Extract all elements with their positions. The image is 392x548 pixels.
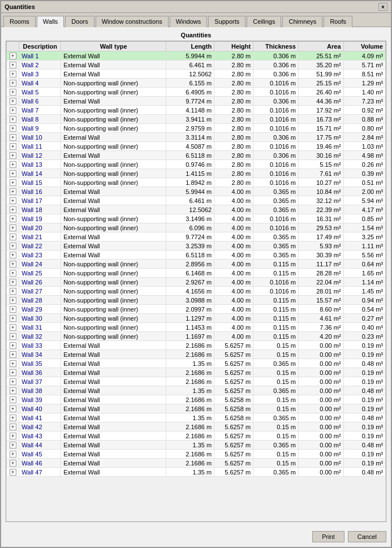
expand-btn[interactable]: + <box>10 451 16 458</box>
expand-cell[interactable]: + <box>7 287 19 296</box>
expand-cell[interactable]: + <box>7 459 19 468</box>
expand-btn[interactable]: + <box>10 270 16 277</box>
expand-btn[interactable]: + <box>10 405 16 412</box>
expand-btn[interactable]: + <box>10 424 16 430</box>
table-row[interactable]: + Wall 37 External Wall 2.1686 m 5.6257 … <box>7 377 386 386</box>
expand-cell[interactable]: + <box>7 359 19 368</box>
expand-btn[interactable]: + <box>10 351 16 358</box>
table-row[interactable]: + Wall 38 External Wall 1.35 m 5.6257 m … <box>7 386 386 395</box>
table-row[interactable]: + Wall 6 External Wall 9.7724 m 2.80 m 0… <box>7 97 386 106</box>
expand-cell[interactable]: + <box>7 142 19 151</box>
table-row[interactable]: + Wall 17 External Wall 6.461 m 4.00 m 0… <box>7 196 386 205</box>
expand-cell[interactable]: + <box>7 51 19 61</box>
expand-cell[interactable]: + <box>7 260 19 269</box>
expand-cell[interactable]: + <box>7 223 19 232</box>
table-row[interactable]: + Wall 8 Non-supporting wall (inner) 3.9… <box>7 115 386 124</box>
expand-cell[interactable]: + <box>7 160 19 169</box>
tab-walls[interactable]: Walls <box>37 16 64 27</box>
table-row[interactable]: + Wall 3 External Wall 12.5062 2.80 m 0.… <box>7 70 386 79</box>
table-row[interactable]: + Wall 9 Non-supporting wall (inner) 2.9… <box>7 124 386 133</box>
expand-btn[interactable]: + <box>10 71 16 77</box>
table-row[interactable]: + Wall 41 External Wall 1.35 m 5.6258 m … <box>7 413 386 422</box>
expand-btn[interactable]: + <box>10 134 16 141</box>
cancel-button[interactable]: Cancel <box>348 531 386 542</box>
table-row[interactable]: + Wall 18 External Wall 12.5062 4.00 m 0… <box>7 205 386 214</box>
table-row[interactable]: + Wall 46 External Wall 2.1686 m 5.6257 … <box>7 459 386 468</box>
table-row[interactable]: + Wall 19 Non-supporting wall (inner) 3.… <box>7 214 386 223</box>
expand-cell[interactable]: + <box>7 368 19 377</box>
expand-cell[interactable]: + <box>7 187 19 196</box>
expand-cell[interactable]: + <box>7 115 19 124</box>
close-button[interactable]: × <box>378 3 387 11</box>
expand-cell[interactable]: + <box>7 386 19 395</box>
expand-btn[interactable]: + <box>10 297 16 304</box>
table-row[interactable]: + Wall 26 Non-supporting wall (inner) 2.… <box>7 278 386 287</box>
table-row[interactable]: + Wall 36 External Wall 2.1686 m 5.6257 … <box>7 368 386 377</box>
expand-btn[interactable]: + <box>10 324 16 331</box>
table-row[interactable]: + Wall 45 External Wall 2.1686 m 5.6257 … <box>7 450 386 459</box>
table-row[interactable]: + Wall 24 Non-supporting wall (inner) 2.… <box>7 260 386 269</box>
table-row[interactable]: + Wall 33 External Wall 2.1686 m 5.6257 … <box>7 341 386 350</box>
tab-ceilings[interactable]: Ceilings <box>247 16 281 27</box>
expand-btn[interactable]: + <box>10 243 16 249</box>
table-container[interactable]: Description Wall type Length Height Thic… <box>6 41 386 522</box>
expand-cell[interactable]: + <box>7 413 19 422</box>
tab-supports[interactable]: Supports <box>208 16 245 27</box>
table-row[interactable]: + Wall 12 External Wall 6.5118 m 2.80 m … <box>7 151 386 160</box>
table-row[interactable]: + Wall 16 External Wall 5.9944 m 4.00 m … <box>7 187 386 196</box>
expand-cell[interactable]: + <box>7 70 19 79</box>
expand-cell[interactable]: + <box>7 106 19 115</box>
expand-btn[interactable]: + <box>10 161 16 168</box>
expand-btn[interactable]: + <box>10 433 16 439</box>
expand-btn[interactable]: + <box>10 206 16 213</box>
expand-btn[interactable]: + <box>10 279 16 286</box>
expand-cell[interactable]: + <box>7 151 19 160</box>
table-row[interactable]: + Wall 22 External Wall 3.2539 m 4.00 m … <box>7 241 386 251</box>
expand-btn[interactable]: + <box>10 53 16 59</box>
expand-btn[interactable]: + <box>10 116 16 123</box>
expand-cell[interactable]: + <box>7 404 19 413</box>
table-row[interactable]: + Wall 11 Non-supporting wall (inner) 4.… <box>7 142 386 151</box>
expand-cell[interactable]: + <box>7 133 19 142</box>
tab-window-constructions[interactable]: Window constructions <box>96 16 169 27</box>
expand-cell[interactable]: + <box>7 169 19 178</box>
table-row[interactable]: + Wall 43 External Wall 2.1686 m 5.6257 … <box>7 432 386 441</box>
table-row[interactable]: + Wall 29 Non-supporting wall (inner) 2.… <box>7 305 386 314</box>
expand-cell[interactable]: + <box>7 61 19 70</box>
expand-cell[interactable]: + <box>7 205 19 214</box>
expand-btn[interactable]: + <box>10 152 16 159</box>
expand-cell[interactable]: + <box>7 296 19 305</box>
expand-cell[interactable]: + <box>7 468 19 477</box>
expand-cell[interactable]: + <box>7 341 19 350</box>
expand-btn[interactable]: + <box>10 288 16 295</box>
expand-btn[interactable]: + <box>10 98 16 105</box>
tab-chimneys[interactable]: Chimneys <box>282 16 322 27</box>
expand-cell[interactable]: + <box>7 305 19 314</box>
expand-cell[interactable]: + <box>7 395 19 404</box>
table-row[interactable]: + Wall 7 Non-supporting wall (inner) 4.1… <box>7 106 386 115</box>
expand-btn[interactable]: + <box>10 215 16 222</box>
table-row[interactable]: + Wall 14 Non-supporting wall (inner) 1.… <box>7 169 386 178</box>
tab-windows[interactable]: Windows <box>170 16 208 27</box>
expand-btn[interactable]: + <box>10 80 16 87</box>
expand-cell[interactable]: + <box>7 314 19 323</box>
expand-cell[interactable]: + <box>7 441 19 450</box>
expand-btn[interactable]: + <box>10 62 16 68</box>
expand-btn[interactable]: + <box>10 188 16 195</box>
table-row[interactable]: + Wall 23 External Wall 6.5118 m 4.00 m … <box>7 251 386 260</box>
table-row[interactable]: + Wall 13 Non-supporting wall (inner) 0.… <box>7 160 386 169</box>
expand-btn[interactable]: + <box>10 261 16 267</box>
table-row[interactable]: + Wall 1 External Wall 5.9944 m 2.80 m 0… <box>7 51 386 61</box>
expand-cell[interactable]: + <box>7 422 19 432</box>
table-row[interactable]: + Wall 40 External Wall 2.1686 m 5.6258 … <box>7 404 386 413</box>
table-row[interactable]: + Wall 44 External Wall 1.35 m 5.6257 m … <box>7 441 386 450</box>
expand-cell[interactable]: + <box>7 323 19 332</box>
expand-cell[interactable]: + <box>7 450 19 459</box>
expand-btn[interactable]: + <box>10 315 16 322</box>
expand-btn[interactable]: + <box>10 460 16 467</box>
expand-cell[interactable]: + <box>7 350 19 359</box>
print-button[interactable]: Print <box>312 531 344 542</box>
expand-btn[interactable]: + <box>10 369 16 376</box>
expand-btn[interactable]: + <box>10 225 16 231</box>
table-row[interactable]: + Wall 4 Non-supporting wall (inner) 6.1… <box>7 79 386 88</box>
